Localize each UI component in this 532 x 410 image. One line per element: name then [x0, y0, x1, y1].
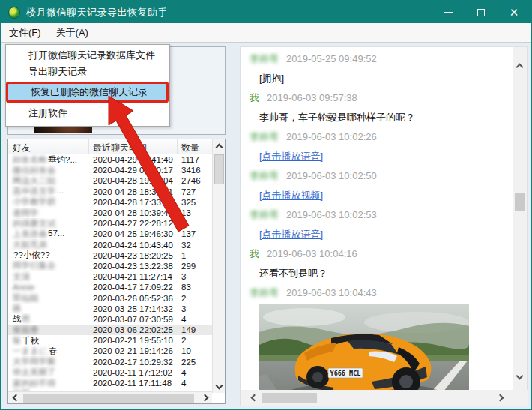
table-row[interactable]: 的强赛文试2020-04-27 22:28:121: [8, 218, 212, 229]
table-row[interactable]: 战胜2020-03-07 07:30:594: [8, 314, 212, 325]
table-row[interactable]: 翁千秋2020-02-21 19:55:102: [8, 335, 212, 346]
scroll-right-button[interactable]: [199, 392, 211, 403]
table-row[interactable]: 家的好不得2020-02-11 17:11:484: [8, 378, 212, 388]
last-chat-time: 2020-04-24 10:43:40: [89, 241, 178, 250]
table-row[interactable]: 好友名称垂钓?...2020-04-29 07:41:491117: [8, 154, 212, 165]
last-chat-time: 2020-04-29 07:41:49: [89, 155, 178, 164]
message-count: 1: [178, 251, 208, 260]
friends-table: 好友 最近聊天时间 数量 好友名称垂钓?...2020-04-29 07:41:…: [7, 139, 226, 404]
message-count: 2: [178, 294, 208, 303]
friends-vertical-scrollbar[interactable]: [212, 139, 225, 393]
message-count: 4: [178, 379, 208, 388]
message-timestamp: 2019-06-03 10:04:43: [286, 285, 377, 301]
table-row[interactable]: 小学教学群2020-04-28 17:33:04325: [8, 197, 212, 208]
message-count: 4: [178, 315, 208, 324]
last-chat-time: 2020-03-25 17:14:32: [89, 304, 178, 313]
friend-name: 上美语春57...: [8, 229, 89, 240]
message-count: 1117: [178, 155, 208, 164]
scroll-down-button[interactable]: [513, 370, 527, 382]
message-timestamp: 2019-06-03 10:04:16: [267, 246, 357, 262]
chat-photo-car[interactable]: Y666 MCL: [259, 304, 469, 391]
message-count: 1: [178, 219, 208, 228]
column-header-friend[interactable]: 好友: [8, 139, 89, 154]
scrollbar-thumb[interactable]: [515, 193, 525, 211]
file-menu-item[interactable]: 恢复已删除的微信聊天记录: [8, 84, 166, 100]
table-row[interactable]: 你太美丽了2020-02-11 17:12:024: [8, 367, 212, 378]
table-row[interactable]: 上美语春57...2020-04-25 19:46:30137: [8, 229, 212, 239]
table-row[interactable]: 文清2020-04-21 11:27:143: [8, 271, 212, 282]
table-row[interactable]: 同学们集合2020-04-23 13:22:38299: [8, 261, 212, 271]
table-row[interactable]: 大学同学聚2020-02-17 10:29:32225: [8, 357, 212, 367]
column-header-count[interactable]: 数量: [178, 139, 212, 154]
chat-message: 我2019-06-03 09:57:38李帅哥，车子轮毂是哪种样子的呢？: [250, 90, 513, 127]
chat-message: 李帅哥2019-06-03 10:02:50[点击播放视频]: [250, 168, 513, 205]
scrollbar-thumb[interactable]: [214, 154, 224, 184]
table-row[interactable]: 老同学2020-04-28 10:39:4113: [8, 208, 212, 218]
file-menu-item[interactable]: 注册软件: [6, 105, 169, 121]
table-row[interactable]: 扬2020-03-25 17:14:323: [8, 304, 212, 314]
menu-about[interactable]: 关于(A): [49, 23, 96, 43]
friend-name: 小学教学群: [8, 196, 89, 208]
maximize-button[interactable]: [465, 1, 498, 23]
friend-name: 高中语文学...: [8, 186, 89, 197]
message-count: 325: [178, 198, 208, 207]
minimize-icon: [444, 12, 453, 13]
table-row[interactable]: Annie2020-04-17 17:09:2283: [8, 282, 212, 292]
scroll-left-button[interactable]: [248, 390, 260, 406]
message-sender: 我: [250, 246, 259, 262]
scroll-up-button[interactable]: [213, 141, 226, 153]
file-menu-item[interactable]: 导出聊天记录: [6, 64, 169, 80]
friend-name: 的强赛文试: [8, 218, 89, 229]
last-chat-time: 2020-04-28 17:33:04: [89, 198, 178, 207]
scrollbar-thumb[interactable]: [23, 394, 194, 403]
friend-name: 好友名称垂钓?...: [8, 154, 89, 166]
friends-table-header[interactable]: 好友 最近聊天时间 数量: [8, 139, 212, 154]
chevron-up-icon: [216, 143, 223, 151]
scroll-down-button[interactable]: [213, 379, 226, 391]
friend-name: 网边大二组: [8, 175, 89, 187]
file-menu-item[interactable]: 打开微信聊天记录数据库文件: [6, 47, 169, 64]
close-button[interactable]: ✕: [498, 1, 531, 23]
column-header-lasttime[interactable]: 最近聊天时间: [89, 139, 178, 154]
message-sender: 李帅哥: [250, 129, 279, 145]
table-row[interactable]: 紫菀香2020-03-06 22:02:25149: [8, 325, 212, 335]
play-media-link[interactable]: [点击播放语音]: [259, 151, 323, 162]
message-text: 还看不到是吧？: [259, 268, 327, 279]
last-chat-time: 2020-04-28 19:00:04: [89, 176, 178, 185]
message-count: 13: [178, 208, 208, 217]
play-media-link[interactable]: [点击播放语音]: [259, 229, 323, 240]
table-row[interactable]: 大如兄弟2020-04-24 10:43:4032: [8, 240, 212, 250]
friend-name: 扬: [8, 303, 89, 314]
chevron-right-icon: [201, 394, 208, 402]
table-row[interactable]: 微信好友会2020-04-29 02:00:173416: [8, 165, 212, 175]
scroll-right-button[interactable]: [494, 390, 506, 406]
message-count: 3: [178, 304, 208, 313]
message-count: 83: [178, 283, 208, 292]
chat-message: 李帅哥2019-06-03 10:02:26[点击播放语音]: [250, 129, 513, 166]
chat-horizontal-scrollbar[interactable]: [241, 390, 528, 406]
chat-messages: 李帅哥2019-05-25 09:49:52[拥抱]我2019-06-03 09…: [241, 47, 513, 391]
last-chat-time: 2020-02-11 17:12:02: [89, 368, 178, 377]
friend-name: 家的好不得: [8, 378, 89, 389]
message-text: 李帅哥，车子轮毂是哪种样子的呢？: [259, 112, 415, 123]
table-row[interactable]: 双仙姐2020-03-26 05:52:362: [8, 292, 212, 303]
friends-horizontal-scrollbar[interactable]: [8, 391, 212, 403]
last-chat-time: 2020-04-21 11:27:14: [89, 272, 178, 281]
file-dropdown-menu: 打开微信聊天记录数据库文件导出聊天记录恢复已删除的微信聊天记录注册软件: [5, 44, 170, 127]
scroll-up-button[interactable]: [513, 61, 527, 73]
table-row[interactable]: 高中语文学...2020-04-28 18:34:31727: [8, 187, 212, 197]
scroll-left-button[interactable]: [10, 392, 22, 403]
scrollbar-thumb[interactable]: [262, 393, 317, 403]
message-count: 3: [178, 272, 208, 281]
message-count: 3416: [178, 166, 208, 175]
table-row[interactable]: ??小依??2020-04-23 18:20:251: [8, 250, 212, 261]
chevron-left-icon: [250, 394, 258, 402]
menu-file[interactable]: 文件(F): [1, 23, 49, 43]
message-count: 727: [178, 187, 208, 196]
table-row[interactable]: 一ままに春2020-02-21 19:14:2610: [8, 346, 212, 356]
play-media-link[interactable]: [点击播放视频]: [259, 190, 323, 201]
minimize-button[interactable]: [432, 1, 465, 23]
last-chat-time: 2020-04-29 02:00:17: [89, 166, 178, 175]
chat-vertical-scrollbar[interactable]: [513, 47, 527, 391]
table-row[interactable]: 网边大二组2020-04-28 19:00:042746: [8, 175, 212, 186]
